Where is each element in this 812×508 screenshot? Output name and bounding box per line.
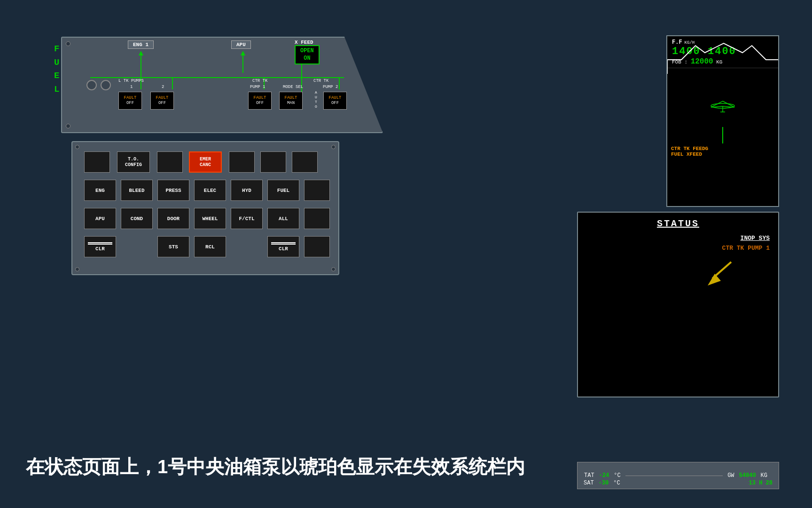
fuel-xfeed-label: FUEL XFEED <box>671 151 774 157</box>
aircraft-icon <box>709 99 737 113</box>
empty-btn-r1c7[interactable] <box>292 151 318 173</box>
sts-btn[interactable]: STS <box>157 236 189 257</box>
ctr-tk-label1: CTR TK <box>252 79 267 83</box>
empty-r3c7[interactable] <box>304 208 330 229</box>
rcl-btn[interactable]: RCL <box>194 236 226 257</box>
fault4-top: FAULT <box>284 95 297 101</box>
ltk-pumps-label: L TK PUMPS <box>118 79 144 83</box>
right-top-display: F.F KG/H 1400 1400 FOB : 12000 KG CTR TK… <box>666 35 779 207</box>
inop-sys-label: INOP SYS <box>578 235 778 242</box>
clr-btn-left[interactable]: CLR <box>84 236 116 257</box>
fault-btn-4[interactable]: FAULT MAN <box>279 92 303 110</box>
gw-label: GW <box>727 472 734 479</box>
eng-btn[interactable]: ENG <box>84 180 116 201</box>
cond-btn[interactable]: COND <box>121 208 153 229</box>
svg-marker-18 <box>708 274 721 286</box>
clr-lines-left <box>88 242 113 243</box>
fault-btn-3[interactable]: FAULT OFF <box>248 92 272 110</box>
fault5-top: FAULT <box>328 95 341 101</box>
clr-lines-right <box>271 242 296 243</box>
fault-btn-5[interactable]: FAULT OFF <box>323 92 347 110</box>
ctr-tk-pump1-label: CTR TK PUMP 1 <box>578 245 778 252</box>
pump-num-2: 2 <box>162 85 164 89</box>
arrow-svg <box>708 253 764 300</box>
clr-btn-right[interactable]: CLR <box>267 236 299 257</box>
hyd-btn[interactable]: HYD <box>231 180 263 201</box>
screw-ecam-tr <box>331 145 336 149</box>
subtitle-text: 在状态页面上，1号中央油箱泵以琥珀色显示在失效系统栏内 <box>26 454 383 480</box>
empty-btn-r1c1[interactable] <box>84 151 110 173</box>
ctr-tk-label2: CTR TK <box>313 79 328 83</box>
ecam-panel: T.O.CONFIG EMERCANC ENG BLEED PRESS ELEC… <box>71 141 339 275</box>
knob-left[interactable] <box>86 80 97 90</box>
aircraft-area <box>667 68 778 143</box>
elec-btn[interactable]: ELEC <box>194 180 226 201</box>
pump-num-1: 1 <box>130 85 133 89</box>
all-btn[interactable]: ALL <box>267 208 299 229</box>
svg-marker-1 <box>139 51 143 56</box>
pump1-label: PUMP 1 <box>250 85 265 89</box>
auto-label: AUTO <box>313 90 318 109</box>
empty-r4c7[interactable] <box>304 236 330 257</box>
pump2-label: PUMP 2 <box>323 85 338 89</box>
fctl-btn[interactable]: F/CTL <box>231 208 263 229</box>
svg-marker-3 <box>241 51 245 56</box>
fuel-panel: ENG 1 APU X FEED OPEN ON L TK PUMPS 1 2 <box>61 37 383 133</box>
to-config-btn[interactable]: T.O.CONFIG <box>117 151 150 173</box>
tat-value: -24 <box>599 472 609 479</box>
fault3-top: FAULT <box>253 95 266 101</box>
gw-unit: KG <box>761 472 767 479</box>
fault2-top: FAULT <box>156 95 168 101</box>
fuel-side-label: FUEL <box>54 42 60 96</box>
fault2-bot: OFF <box>158 101 166 106</box>
gw-value: 54040 <box>739 472 756 479</box>
knob-right[interactable] <box>101 80 111 90</box>
empty-btn-r1c3[interactable] <box>157 151 183 173</box>
screw-ecam-tl <box>75 145 79 149</box>
tat-label: TAT <box>584 472 594 479</box>
tank-line <box>722 127 723 143</box>
fault5-bot: OFF <box>331 101 339 106</box>
emer-canc-btn[interactable]: EMERCANC <box>189 151 222 173</box>
screw-ecam-bl <box>75 267 79 271</box>
ctr-tk-feedg-label: CTR TK FEEDG <box>671 146 774 151</box>
fault1-bot: OFF <box>126 101 134 106</box>
fault4-bot: MAN <box>287 101 295 106</box>
tat-unit: °C <box>614 472 620 479</box>
status-display: STATUS INOP SYS CTR TK PUMP 1 <box>577 212 779 397</box>
fault3-bot: OFF <box>256 101 264 106</box>
fuel-btn[interactable]: FUEL <box>267 180 299 201</box>
door-btn[interactable]: DOOR <box>157 208 189 229</box>
apu-btn[interactable]: APU <box>84 208 116 229</box>
fault-btn-2[interactable]: FAULT OFF <box>150 92 174 110</box>
empty-r2c7[interactable] <box>304 180 330 201</box>
bleed-btn[interactable]: BLEED <box>121 180 153 201</box>
fault-btn-1[interactable]: FAULT OFF <box>118 92 142 110</box>
screw-ecam-br <box>331 267 336 271</box>
status-title: STATUS <box>578 213 778 233</box>
warning-area: CTR TK FEEDG FUEL XFEED <box>667 143 778 159</box>
mode-sel-label: MODE SEL <box>283 85 303 89</box>
press-btn[interactable]: PRESS <box>157 180 189 201</box>
bottom-bar: TAT -24 °C GW 54040 KG <box>577 462 779 489</box>
fault1-top: FAULT <box>124 95 136 101</box>
empty-btn-r1c6[interactable] <box>260 151 286 173</box>
wheel-btn[interactable]: WHEEL <box>194 208 226 229</box>
empty-btn-r1c5[interactable] <box>229 151 255 173</box>
